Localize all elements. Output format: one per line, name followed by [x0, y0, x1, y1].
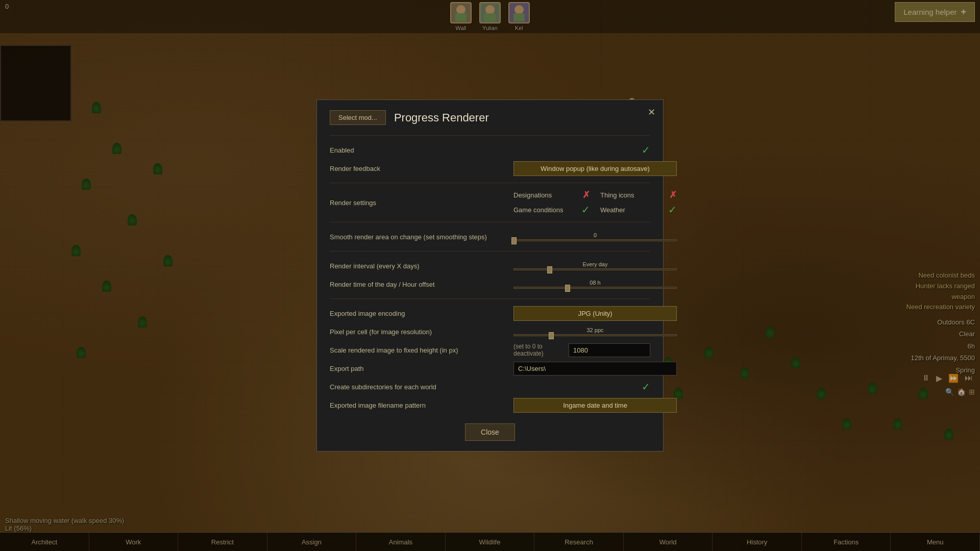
interval-slider-container: Every day [513, 261, 677, 270]
setting-designations[interactable]: Designations ✗ [513, 189, 590, 201]
label-export-path: Export path [330, 365, 513, 372]
setting-row-render-interval: Render interval (every X days) Every day [330, 258, 650, 274]
control-smooth-render: 0 [513, 232, 677, 241]
control-render-feedback: Window popup (like during autosave) [513, 161, 677, 176]
setting-row-export-path: Export path [330, 360, 650, 377]
render-feedback-dropdown[interactable]: Window popup (like during autosave) [513, 161, 677, 176]
ppc-slider-container: 32 ppc [513, 327, 677, 336]
interval-slider-value: Every day [513, 261, 677, 267]
label-scale: Scale rendered image to fixed height (in… [330, 346, 513, 354]
label-render-interval: Render interval (every X days) [330, 262, 513, 270]
scale-hint: (set to 0 to deactivate) [513, 343, 560, 357]
label-render-time: Render time of the day / Hour offset [330, 281, 513, 288]
label-subdirs: Create subdirectories for each world [330, 383, 513, 391]
setting-row-render-time: Render time of the day / Hour offset 08 … [330, 276, 650, 292]
export-path-input[interactable] [513, 362, 677, 375]
check-thing-icons-icon: ✗ [669, 189, 677, 201]
label-render-settings: Render settings [330, 199, 513, 207]
setting-row-subdirs: Create subdirectories for each world ✓ [330, 379, 650, 395]
smooth-slider-thumb[interactable] [511, 237, 517, 244]
separator-3 [330, 222, 650, 222]
progress-renderer-dialog: Select mod... Progress Renderer ✕ Enable… [316, 99, 664, 452]
label-ppc: Pixel per cell (for image resolution) [330, 328, 513, 336]
ppc-slider-value: 32 ppc [513, 327, 677, 333]
time-slider-thumb[interactable] [565, 285, 570, 292]
control-render-settings: Designations ✗ Thing icons ✗ Game condit… [513, 189, 677, 216]
setting-row-filename: Exported image filename pattern Ingame d… [330, 397, 650, 413]
label-game-conditions: Game conditions [513, 206, 564, 214]
render-settings-grid: Designations ✗ Thing icons ✗ Game condit… [513, 189, 677, 216]
setting-thing-icons[interactable]: Thing icons ✗ [600, 189, 677, 201]
filename-dropdown[interactable]: Ingame date and time [513, 398, 677, 413]
control-encoding: JPG (Unity) [513, 306, 677, 321]
control-scale: (set to 0 to deactivate) [513, 343, 650, 357]
dialog-title: Progress Renderer [394, 111, 489, 124]
time-slider-track[interactable] [513, 287, 677, 289]
time-slider-value: 08 h [513, 280, 677, 286]
ppc-slider-track[interactable] [513, 334, 677, 336]
check-weather-icon: ✓ [668, 204, 677, 216]
separator-2 [330, 183, 650, 183]
label-render-feedback: Render feedback [330, 165, 513, 172]
setting-row-ppc: Pixel per cell (for image resolution) 32… [330, 323, 650, 340]
control-filename: Ingame date and time [513, 398, 677, 413]
select-mod-button[interactable]: Select mod... [330, 110, 386, 125]
smooth-slider-container: 0 [513, 232, 677, 241]
setting-row-smooth-render: Smooth render area on change (set smooth… [330, 229, 650, 245]
check-enabled-icon: ✓ [642, 144, 650, 156]
label-weather: Weather [600, 206, 625, 214]
separator-4 [330, 251, 650, 252]
label-designations: Designations [513, 191, 552, 199]
control-ppc: 32 ppc [513, 327, 677, 336]
setting-weather[interactable]: Weather ✓ [600, 204, 677, 216]
smooth-slider-value: 0 [513, 232, 677, 238]
label-encoding: Exported image encoding [330, 310, 513, 317]
control-render-time: 08 h [513, 280, 677, 289]
dialog-close-button[interactable]: ✕ [648, 108, 655, 117]
label-thing-icons: Thing icons [600, 191, 634, 199]
interval-slider-thumb[interactable] [547, 266, 552, 273]
modal-overlay: Select mod... Progress Renderer ✕ Enable… [0, 0, 980, 551]
label-filename: Exported image filename pattern [330, 402, 513, 409]
separator-5 [330, 298, 650, 299]
setting-row-render-feedback: Render feedback Window popup (like durin… [330, 160, 650, 177]
control-subdirs: ✓ [513, 381, 650, 393]
check-game-conditions-icon: ✓ [581, 204, 590, 216]
separator-1 [330, 135, 650, 136]
control-render-interval: Every day [513, 261, 677, 270]
ppc-slider-thumb[interactable] [549, 332, 554, 339]
setting-row-encoding: Exported image encoding JPG (Unity) [330, 305, 650, 321]
control-enabled: ✓ [513, 144, 650, 156]
setting-row-enabled: Enabled ✓ [330, 142, 650, 158]
control-export-path [513, 362, 677, 375]
encoding-dropdown[interactable]: JPG (Unity) [513, 306, 677, 321]
dialog-header: Select mod... Progress Renderer [330, 110, 650, 125]
interval-slider-track[interactable] [513, 268, 677, 270]
scale-input[interactable] [569, 343, 650, 357]
setting-row-scale: Scale rendered image to fixed height (in… [330, 342, 650, 358]
setting-row-render-settings: Render settings Designations ✗ Thing ico… [330, 189, 650, 216]
label-enabled: Enabled [330, 146, 513, 154]
time-slider-container: 08 h [513, 280, 677, 289]
label-smooth-render: Smooth render area on change (set smooth… [330, 233, 513, 241]
check-subdirs-icon: ✓ [642, 381, 650, 393]
close-dialog-button[interactable]: Close [465, 423, 515, 441]
check-designations-icon: ✗ [582, 189, 590, 201]
setting-game-conditions[interactable]: Game conditions ✓ [513, 204, 590, 216]
smooth-slider-track[interactable] [513, 239, 677, 241]
